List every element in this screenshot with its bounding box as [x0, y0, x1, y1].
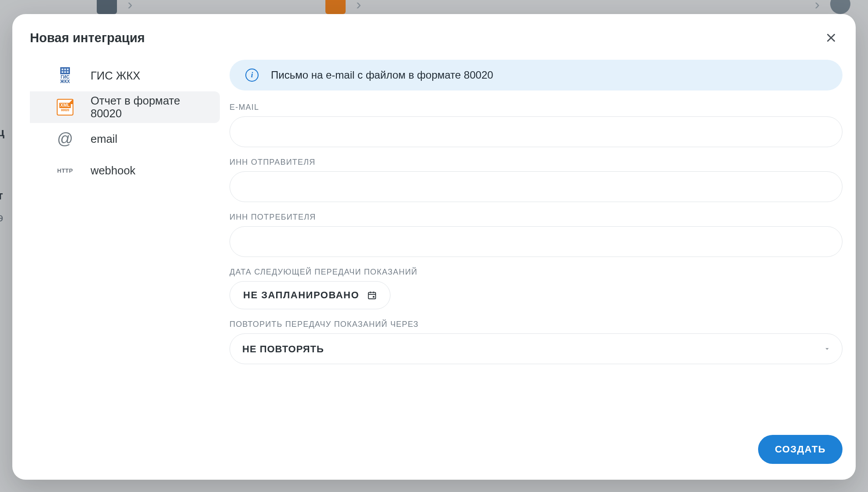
consumer-inn-label: ИНН ПОТРЕБИТЕЛЯ: [230, 213, 842, 222]
email-label: E-MAIL: [230, 103, 842, 112]
new-integration-modal: Новая интеграция ГИС ЖКХ ГИС ЖКХ XML8002…: [12, 14, 856, 480]
sidebar-item-label: ГИС ЖКХ: [91, 69, 140, 82]
email-input[interactable]: [230, 116, 842, 147]
integration-type-sidebar: ГИС ЖКХ ГИС ЖКХ XML80020 Отчет в формате…: [12, 54, 223, 430]
sidebar-item-label: Отчет в формате 80020: [91, 94, 209, 120]
sidebar-item-gis[interactable]: ГИС ЖКХ ГИС ЖКХ: [30, 60, 220, 91]
field-group-consumer-inn: ИНН ПОТРЕБИТЕЛЯ: [230, 213, 842, 257]
sidebar-item-webhook[interactable]: HTTP webhook: [30, 155, 220, 186]
next-date-button[interactable]: НЕ ЗАПЛАНИРОВАНО: [230, 281, 390, 309]
modal-header: Новая интеграция: [12, 29, 856, 54]
svg-rect-6: [373, 296, 375, 298]
sender-inn-input[interactable]: [230, 171, 842, 202]
repeat-select[interactable]: НЕ ПОВТОРЯТЬ: [230, 333, 842, 364]
info-banner: i Письмо на e-mail с файлом в формате 80…: [230, 60, 842, 90]
form-content: i Письмо на e-mail с файлом в формате 80…: [223, 54, 856, 430]
field-group-sender-inn: ИНН ОТПРАВИТЕЛЯ: [230, 158, 842, 202]
sender-inn-label: ИНН ОТПРАВИТЕЛЯ: [230, 158, 842, 167]
next-date-value: НЕ ЗАПЛАНИРОВАНО: [243, 289, 359, 301]
sidebar-item-xml80020[interactable]: XML80020 Отчет в формате 80020: [30, 91, 220, 123]
next-date-label: ДАТА СЛЕДУЮЩЕЙ ПЕРЕДАЧИ ПОКАЗАНИЙ: [230, 268, 842, 277]
sidebar-item-email[interactable]: @ email: [30, 123, 220, 155]
close-button[interactable]: [822, 29, 840, 47]
modal-body: ГИС ЖКХ ГИС ЖКХ XML80020 Отчет в формате…: [12, 54, 856, 430]
field-group-email: E-MAIL: [230, 103, 842, 147]
sidebar-item-label: webhook: [91, 164, 135, 177]
consumer-inn-input[interactable]: [230, 226, 842, 257]
http-icon: HTTP: [56, 162, 74, 179]
field-group-next-date: ДАТА СЛЕДУЮЩЕЙ ПЕРЕДАЧИ ПОКАЗАНИЙ НЕ ЗАП…: [230, 268, 842, 309]
repeat-label: ПОВТОРИТЬ ПЕРЕДАЧУ ПОКАЗАНИЙ ЧЕРЕЗ: [230, 320, 842, 329]
modal-footer: СОЗДАТЬ: [12, 430, 856, 467]
gis-icon: ГИС ЖКХ: [56, 67, 74, 84]
close-icon: [825, 32, 837, 43]
xml-file-icon: XML80020: [56, 98, 74, 116]
info-banner-text: Письмо на e-mail с файлом в формате 8002…: [271, 69, 493, 81]
calendar-icon: [367, 290, 377, 300]
svg-rect-2: [368, 293, 376, 299]
sidebar-item-label: email: [91, 133, 117, 145]
field-group-repeat: ПОВТОРИТЬ ПЕРЕДАЧУ ПОКАЗАНИЙ ЧЕРЕЗ НЕ ПО…: [230, 320, 842, 364]
modal-title: Новая интеграция: [30, 31, 145, 45]
create-button[interactable]: СОЗДАТЬ: [758, 435, 842, 464]
info-icon: i: [245, 69, 259, 82]
at-sign-icon: @: [56, 130, 74, 148]
repeat-select-wrap: НЕ ПОВТОРЯТЬ: [230, 333, 842, 364]
